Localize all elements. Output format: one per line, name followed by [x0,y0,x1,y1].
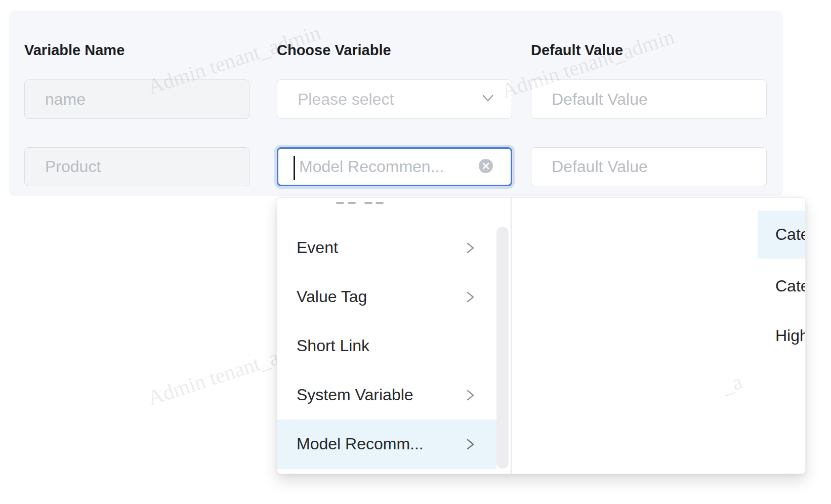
submenu-item-high-ctr[interactable]: High_CTR [758,312,806,360]
submenu-item-label: High_CTR [775,312,806,360]
menu-item-label: Short Link [297,321,369,370]
choose-variable-select-row2[interactable]: Model Recommen... [277,147,512,186]
chevron-right-icon [464,438,477,451]
menu-item-label: Event [297,223,338,272]
menu-item-system-variable[interactable]: System Variable [277,370,496,419]
default-value-input-row2[interactable] [531,147,767,186]
menu-item-label: System Variable [297,370,413,419]
choose-variable-select-row1[interactable]: Please select [277,79,512,119]
cascader-menu-level1: Event Value Tag Short Link System Variab… [277,198,512,474]
submenu-item-category-relevant[interactable]: Category_Relevant [758,211,806,259]
text-cursor [294,156,295,180]
default-value-input-row1[interactable] [531,79,767,119]
clipped-menu-item [277,198,496,206]
chevron-right-icon [464,290,477,304]
menu-item-model-recommend[interactable]: Model Recomm... [277,419,496,469]
menu-item-label: Model Recomm... [297,419,424,469]
cascader-dropdown: Event Value Tag Short Link System Variab… [277,197,806,474]
menu-item-short-link[interactable]: Short Link [277,321,496,370]
chevron-down-icon [480,91,495,108]
select-placeholder: Please select [298,80,394,118]
clear-icon[interactable] [478,158,493,176]
variable-name-input-row1[interactable] [24,79,250,119]
label-choose-variable: Choose Variable [277,41,391,59]
scrollbar-thumb[interactable] [496,227,509,469]
menu-item-event[interactable]: Event [277,223,496,272]
submenu-item-label: Category_Relevant [775,211,806,259]
submenu-item-label: Category_TOP_CTR [775,262,806,310]
variable-name-input-row1-field[interactable] [25,80,249,118]
chevron-right-icon [464,389,477,402]
submenu-item-category-top-ctr[interactable]: Category_TOP_CTR [758,262,806,310]
variable-name-input-row2-field[interactable] [25,148,249,186]
menu-item-label: Value Tag [297,272,367,321]
cascader-menu-level2: Category_Relevant Category_TOP_CTR High_… [513,198,805,474]
menu-item-value-tag[interactable]: Value Tag [277,272,496,321]
label-default-value: Default Value [531,41,623,59]
variable-name-input-row2[interactable] [24,147,250,186]
chevron-right-icon [464,241,477,255]
select-value: Model Recommen... [299,149,444,185]
default-value-input-row2-field[interactable] [531,148,766,186]
default-value-input-row1-field[interactable] [531,80,766,118]
label-variable-name: Variable Name [24,41,124,59]
